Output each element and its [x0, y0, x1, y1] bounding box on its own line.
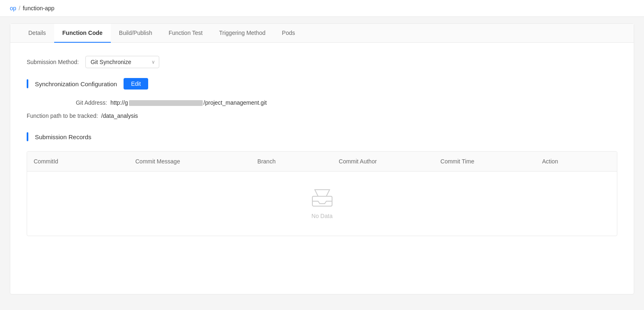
function-path-label: Function path to be tracked:	[27, 113, 98, 119]
tab-function-test[interactable]: Function Test	[160, 24, 211, 43]
table-header: CommitId Commit Message Branch Commit Au…	[27, 152, 617, 172]
submission-records-title: Submission Records	[35, 133, 92, 140]
table-body-empty: No Data	[27, 172, 617, 236]
function-path-row: Function path to be tracked: /data_analy…	[27, 113, 617, 119]
git-address-label: Git Address:	[37, 99, 110, 106]
submission-records-table: CommitId Commit Message Branch Commit Au…	[27, 151, 617, 236]
breadcrumb-separator: /	[19, 5, 21, 11]
breadcrumb: op / function-app	[0, 0, 644, 17]
submission-method-select-wrapper: Git Synchronize	[85, 56, 159, 68]
edit-button[interactable]: Edit	[124, 78, 148, 90]
function-path-value: /data_analysis	[101, 113, 138, 119]
col-commit-message: Commit Message	[129, 152, 251, 171]
col-action: Action	[536, 152, 617, 171]
git-info-block: Git Address: http://g /project_managemen…	[37, 99, 617, 106]
submission-records-header: Submission Records	[27, 132, 617, 141]
submission-method-select[interactable]: Git Synchronize	[85, 56, 159, 68]
sync-config-accent-bar	[27, 79, 28, 88]
main-card: Details Function Code Build/Publish Func…	[10, 23, 634, 294]
git-address-value: http://g /project_management.git	[110, 99, 267, 106]
content-area: Submission Method: Git Synchronize Synch…	[10, 43, 634, 249]
tab-triggering-method[interactable]: Triggering Method	[211, 24, 274, 43]
col-branch: Branch	[251, 152, 332, 171]
breadcrumb-link[interactable]: op	[10, 5, 16, 11]
git-address-blurred	[129, 100, 203, 106]
git-address-suffix: /project_management.git	[204, 99, 267, 106]
tab-build-publish[interactable]: Build/Publish	[111, 24, 160, 43]
git-address-row: Git Address: http://g /project_managemen…	[37, 99, 617, 106]
breadcrumb-current: function-app	[23, 5, 54, 11]
tab-details[interactable]: Details	[20, 24, 54, 43]
submission-records-accent-bar	[27, 132, 28, 141]
tabs-bar: Details Function Code Build/Publish Func…	[10, 24, 634, 43]
col-commit-id: CommitId	[27, 152, 129, 171]
git-address-prefix: http://g	[110, 99, 128, 106]
sync-config-title: Synchronization Configuration	[35, 80, 117, 87]
tab-function-code[interactable]: Function Code	[54, 24, 111, 43]
submission-method-label: Submission Method:	[27, 59, 79, 65]
empty-text: No Data	[312, 213, 332, 219]
col-commit-time: Commit Time	[434, 152, 536, 171]
submission-records-section: Submission Records CommitId Commit Messa…	[27, 132, 617, 236]
tab-pods[interactable]: Pods	[274, 24, 303, 43]
col-commit-author: Commit Author	[332, 152, 434, 171]
sync-config-section-header: Synchronization Configuration Edit	[27, 78, 617, 90]
submission-method-row: Submission Method: Git Synchronize	[27, 56, 617, 68]
empty-state-icon	[311, 188, 334, 208]
